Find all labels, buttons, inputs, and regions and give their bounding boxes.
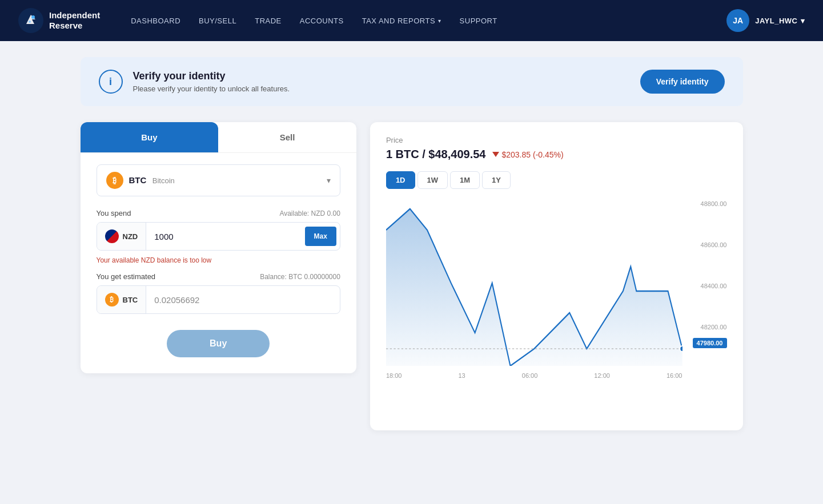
spend-input[interactable] bbox=[146, 225, 301, 248]
crypto-label: BTC Bitcoin bbox=[129, 175, 321, 186]
username: JAYL_HWC ▾ bbox=[755, 17, 805, 25]
panels: Buy Sell ₿ BTC Bitcoin ▾ You spend Avail… bbox=[81, 122, 743, 430]
btc-pair-text: 1 BTC / bbox=[386, 148, 425, 160]
estimate-row-header: You get estimated Balance: BTC 0.0000000… bbox=[97, 272, 340, 314]
y-label-4: 48200.00 bbox=[701, 324, 727, 330]
balance-label: Balance: BTC 0.00000000 bbox=[260, 273, 340, 281]
crypto-name: BTC bbox=[129, 175, 147, 185]
x-label-2: 13 bbox=[458, 372, 465, 379]
logo-icon bbox=[18, 8, 43, 33]
chevron-down-icon: ▾ bbox=[438, 18, 441, 24]
trade-panel: Buy Sell ₿ BTC Bitcoin ▾ You spend Avail… bbox=[81, 122, 356, 373]
time-tab-1y[interactable]: 1Y bbox=[482, 171, 511, 189]
btc-small-icon: ₿ bbox=[105, 293, 119, 307]
chart-endpoint bbox=[680, 346, 682, 352]
chevron-down-icon: ▾ bbox=[801, 17, 805, 25]
crypto-selector[interactable]: ₿ BTC Bitcoin ▾ bbox=[97, 164, 340, 196]
y-label-3: 48400.00 bbox=[701, 283, 727, 289]
spend-label: You spend bbox=[97, 209, 131, 217]
verify-banner: i Verify your identity Please verify you… bbox=[81, 57, 743, 106]
x-label-1: 18:00 bbox=[386, 372, 402, 379]
price-row: 1 BTC / $48,409.54 $203.85 (-0.45%) bbox=[386, 148, 727, 161]
x-label-5: 16:00 bbox=[667, 372, 683, 379]
chart-area bbox=[386, 200, 683, 366]
error-message: Your available NZD balance is too low bbox=[97, 256, 340, 264]
navbar: Independent Reserve DASHBOARD BUY/SELL T… bbox=[0, 0, 823, 41]
nav-buysell[interactable]: BUY/SELL bbox=[191, 12, 244, 30]
user-menu[interactable]: JA JAYL_HWC ▾ bbox=[726, 9, 805, 32]
nzd-label: NZD bbox=[123, 232, 138, 241]
available-label: Available: NZD 0.00 bbox=[279, 209, 340, 217]
x-label-4: 12:00 bbox=[594, 372, 610, 379]
nav-support[interactable]: SUPPORT bbox=[452, 12, 505, 30]
y-label-1: 48800.00 bbox=[701, 200, 727, 207]
crypto-full: Bitcoin bbox=[152, 176, 175, 185]
chart-svg bbox=[386, 200, 683, 366]
verify-subtitle-text: Please verify your identity to unlock al… bbox=[133, 84, 290, 93]
svg-point-2 bbox=[29, 21, 31, 23]
nav-dashboard[interactable]: DASHBOARD bbox=[123, 12, 188, 30]
time-tab-1w[interactable]: 1W bbox=[417, 171, 448, 189]
nav-trade[interactable]: TRADE bbox=[247, 12, 290, 30]
left-inner: ₿ BTC Bitcoin ▾ You spend Available: NZD… bbox=[81, 153, 356, 357]
verify-title: Verify your identity bbox=[133, 70, 290, 82]
max-button[interactable]: Max bbox=[305, 227, 336, 246]
time-tab-1d[interactable]: 1D bbox=[386, 171, 415, 189]
down-arrow-icon bbox=[492, 152, 499, 157]
nav-tax[interactable]: TAX AND REPORTS ▾ bbox=[354, 12, 449, 30]
btc-label: BTC bbox=[123, 296, 138, 304]
nav-accounts[interactable]: ACCOUNTS bbox=[292, 12, 352, 30]
avatar: JA bbox=[726, 9, 749, 32]
price-value: $48,409.54 bbox=[428, 148, 485, 160]
chart-x-labels: 18:00 13 06:00 12:00 16:00 bbox=[386, 368, 683, 383]
current-price-tag: 47980.00 bbox=[693, 338, 727, 348]
x-label-3: 06:00 bbox=[522, 372, 538, 379]
btc-amount: 0.02056692 bbox=[146, 288, 207, 312]
y-label-2: 48600.00 bbox=[701, 241, 727, 248]
btc-icon: ₿ bbox=[106, 172, 123, 189]
verify-left: i Verify your identity Please verify you… bbox=[99, 70, 290, 94]
logo-line2: Reserve bbox=[49, 21, 100, 31]
get-label: You get estimated bbox=[97, 272, 156, 281]
btc-output-group: ₿ BTC 0.02056692 bbox=[97, 285, 340, 314]
time-tabs: 1D 1W 1M 1Y bbox=[386, 171, 727, 189]
time-tab-1m[interactable]: 1M bbox=[450, 171, 480, 189]
logo-line1: Independent bbox=[49, 10, 100, 21]
buy-submit-button[interactable]: Buy bbox=[167, 330, 270, 357]
tab-buy[interactable]: Buy bbox=[81, 122, 219, 152]
info-icon: i bbox=[99, 70, 123, 94]
spend-input-group: NZD Max bbox=[97, 222, 340, 251]
btc-currency: ₿ BTC bbox=[97, 286, 147, 313]
chart-panel: Price 1 BTC / $48,409.54 $203.85 (-0.45%… bbox=[370, 122, 743, 430]
nav-links: DASHBOARD BUY/SELL TRADE ACCOUNTS TAX AN… bbox=[123, 12, 726, 30]
chart-fill bbox=[386, 209, 683, 366]
logo[interactable]: Independent Reserve bbox=[18, 8, 100, 33]
verify-text: Verify your identity Please verify your … bbox=[133, 70, 290, 93]
verify-button[interactable]: Verify identity bbox=[640, 70, 725, 94]
btc-pair: 1 BTC / $48,409.54 bbox=[386, 148, 486, 161]
main-content: i Verify your identity Please verify you… bbox=[69, 41, 754, 446]
nzd-flag-icon bbox=[105, 229, 119, 243]
verify-subtitle: Please verify your identity to unlock al… bbox=[133, 84, 290, 93]
nzd-currency: NZD bbox=[97, 223, 147, 250]
nav-tax-label: TAX AND REPORTS bbox=[362, 17, 435, 25]
chart-container: 48800.00 48600.00 48400.00 48200.00 bbox=[386, 200, 727, 383]
price-label: Price bbox=[386, 136, 727, 144]
tab-sell[interactable]: Sell bbox=[218, 122, 356, 152]
price-change-text: $203.85 (-0.45%) bbox=[501, 150, 563, 159]
tab-row: Buy Sell bbox=[81, 122, 356, 153]
chevron-down-icon: ▾ bbox=[327, 176, 331, 185]
spend-row-header: You spend Available: NZD 0.00 bbox=[97, 209, 340, 217]
svg-point-1 bbox=[31, 15, 35, 19]
price-change: $203.85 (-0.45%) bbox=[492, 150, 563, 159]
